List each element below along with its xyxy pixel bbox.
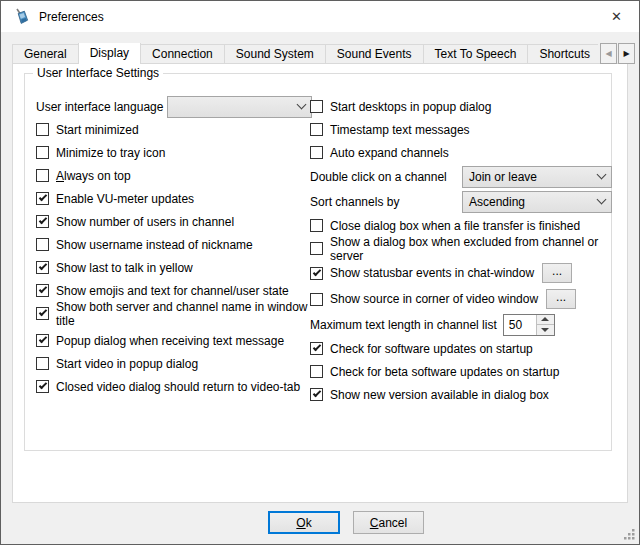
checkbox-row: Check for software updates on startup <box>310 337 612 360</box>
display-tab-page: User Interface Settings User interface l… <box>12 63 628 503</box>
minimize-to-tray-checkbox[interactable] <box>36 146 49 159</box>
tab-general[interactable]: General <box>12 44 79 64</box>
max-text-length-spinner[interactable]: 50 <box>503 314 555 336</box>
start-minimized-checkbox[interactable] <box>36 123 49 136</box>
checkbox-row: Timestamp text messages <box>310 118 612 141</box>
auto-expand-checkbox[interactable] <box>310 146 323 159</box>
tab-shortcuts[interactable]: Shortcuts <box>527 44 598 64</box>
checkbox-row: Closed video dialog should return to vid… <box>36 375 312 398</box>
user-interface-settings-group: User Interface Settings User interface l… <box>24 73 612 451</box>
checkbox-row: Start video in popup dialog <box>36 352 312 375</box>
checkbox-row: Enable VU-meter updates <box>36 187 312 210</box>
language-select[interactable] <box>167 96 312 118</box>
tab-display[interactable]: Display <box>78 43 141 64</box>
tab-scroll-right-button[interactable]: ▶ <box>618 43 635 64</box>
tab-connection[interactable]: Connection <box>140 44 225 64</box>
video-source-browse-button[interactable]: ... <box>546 289 576 309</box>
show-username-checkbox[interactable] <box>36 238 49 251</box>
video-popup-checkbox[interactable] <box>36 357 49 370</box>
tab-bar: General Display Connection Sound System … <box>12 43 598 64</box>
preferences-dialog: Preferences ✕ General Display Connection… <box>0 0 640 545</box>
spin-up-button[interactable] <box>537 315 554 326</box>
checkbox-row: Show last to talk in yellow <box>36 256 312 279</box>
arrow-right-icon: ▶ <box>623 49 629 58</box>
desktops-popup-checkbox[interactable] <box>310 100 323 113</box>
chevron-down-icon <box>297 100 307 110</box>
titlebar[interactable]: Preferences ✕ <box>1 1 639 32</box>
checkbox-row: Always on top <box>36 164 312 187</box>
group-title: User Interface Settings <box>33 66 163 80</box>
double-click-label: Double click on a channel <box>310 170 447 184</box>
beta-updates-checkbox[interactable] <box>310 365 323 378</box>
popup-text-message-checkbox[interactable] <box>36 334 49 347</box>
window-title: Preferences <box>39 10 104 24</box>
emojis-checkbox[interactable] <box>36 284 49 297</box>
sort-channels-select[interactable]: Ascending <box>462 191 612 213</box>
checkbox-row: Show a dialog box when excluded from cha… <box>310 237 612 260</box>
checkbox-row: Show new version available in dialog box <box>310 383 612 406</box>
statusbar-events-row: Show statusbar events in chat-window ... <box>310 260 612 286</box>
video-source-row: Show source in corner of video window ..… <box>310 286 612 312</box>
tab-text-to-speech[interactable]: Text To Speech <box>423 44 529 64</box>
checkbox-row: Auto expand channels <box>310 141 612 164</box>
software-updates-checkbox[interactable] <box>310 342 323 355</box>
triangle-down-icon <box>541 328 549 332</box>
double-click-row: Double click on a channel Join or leave <box>310 164 612 189</box>
show-user-count-checkbox[interactable] <box>36 215 49 228</box>
resize-grip[interactable] <box>623 528 636 541</box>
max-text-length-row: Maximum text length in channel list 50 <box>310 312 612 337</box>
checkbox-row: Start minimized <box>36 118 312 141</box>
arrow-left-icon: ◀ <box>605 49 611 58</box>
cancel-button[interactable]: Cancel <box>353 511 424 534</box>
always-on-top-checkbox[interactable] <box>36 169 49 182</box>
app-icon <box>12 7 31 26</box>
checkbox-row: Check for beta software updates on start… <box>310 360 612 383</box>
max-text-length-value[interactable]: 50 <box>504 315 536 335</box>
triangle-up-icon <box>541 317 549 321</box>
close-button[interactable]: ✕ <box>594 1 639 32</box>
last-to-talk-checkbox[interactable] <box>36 261 49 274</box>
statusbar-events-browse-button[interactable]: ... <box>542 263 572 283</box>
checkbox-row: Show both server and channel name in win… <box>36 302 312 325</box>
window-title-checkbox[interactable] <box>36 307 49 320</box>
close-on-transfer-checkbox[interactable] <box>310 219 323 232</box>
checkbox-row: Show number of users in channel <box>36 210 312 233</box>
close-icon: ✕ <box>611 9 622 24</box>
new-version-dialog-checkbox[interactable] <box>310 388 323 401</box>
excluded-dialog-checkbox[interactable] <box>310 242 323 255</box>
checkbox-row: Show username instead of nickname <box>36 233 312 256</box>
chevron-down-icon <box>597 195 607 205</box>
vu-meter-checkbox[interactable] <box>36 192 49 205</box>
double-click-select[interactable]: Join or leave <box>462 166 612 188</box>
statusbar-events-checkbox[interactable] <box>310 267 323 280</box>
timestamp-checkbox[interactable] <box>310 123 323 136</box>
sort-channels-label: Sort channels by <box>310 195 399 209</box>
ok-button[interactable]: Ok <box>268 511 340 534</box>
left-column: User interface language Start minimized … <box>36 95 312 398</box>
video-source-checkbox[interactable] <box>310 293 323 306</box>
max-text-length-label: Maximum text length in channel list <box>310 318 497 332</box>
language-row: User interface language <box>36 95 312 118</box>
sort-channels-row: Sort channels by Ascending <box>310 189 612 214</box>
right-column: Start desktops in popup dialog Timestamp… <box>310 95 612 406</box>
language-label: User interface language <box>36 100 163 114</box>
checkbox-row: Popup dialog when receiving text message <box>36 329 312 352</box>
tab-scroll-buttons: ◀ ▶ <box>599 43 635 64</box>
spin-down-button[interactable] <box>537 325 554 335</box>
chevron-down-icon <box>597 170 607 180</box>
checkbox-row: Minimize to tray icon <box>36 141 312 164</box>
closed-video-return-checkbox[interactable] <box>36 380 49 393</box>
tab-sound-system[interactable]: Sound System <box>224 44 326 64</box>
tab-sound-events[interactable]: Sound Events <box>325 44 424 64</box>
checkbox-row: Start desktops in popup dialog <box>310 95 612 118</box>
tab-scroll-left-button[interactable]: ◀ <box>600 43 617 64</box>
